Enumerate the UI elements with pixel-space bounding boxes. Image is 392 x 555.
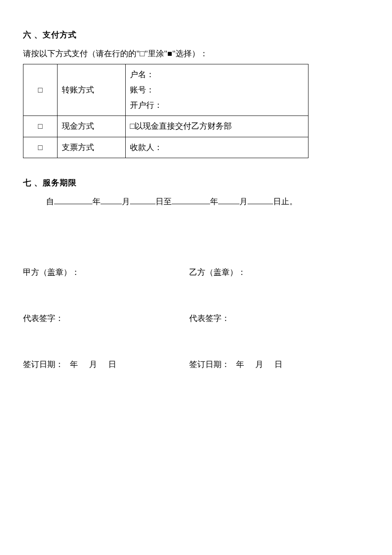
rep-sign-row: 代表签字： 代表签字：: [23, 311, 369, 326]
period-prefix: 自: [46, 197, 54, 206]
year-label-1: 年: [92, 197, 101, 206]
year-unit-a: 年: [66, 357, 83, 372]
month-unit-a: 月: [85, 357, 102, 372]
sign-date-b: 签订日期： 年 月 日: [189, 357, 369, 372]
detail-cash: □以现金直接交付乙方财务部: [125, 116, 308, 137]
signature-block: 甲方（盖章）： 乙方（盖章）： 代表签字： 代表签字： 签订日期： 年 月 日 …: [23, 265, 369, 372]
end-year-field[interactable]: [172, 195, 210, 204]
sign-date-b-label: 签订日期：: [189, 360, 230, 369]
bank-label: 开户行：: [130, 98, 304, 113]
table-row: □ 支票方式 收款人：: [23, 137, 308, 158]
day-to-label: 日至: [156, 197, 172, 206]
method-cheque: 支票方式: [57, 137, 125, 158]
checkbox-cash[interactable]: □: [23, 116, 58, 137]
end-day-field[interactable]: [248, 195, 273, 204]
account-name-label: 户名：: [130, 67, 304, 82]
detail-transfer: 户名： 账号： 开户行：: [125, 64, 308, 116]
day-end-label: 日止。: [273, 197, 297, 206]
section-6-title: 六 、支付方式: [23, 27, 369, 43]
party-b-seal: 乙方（盖章）：: [189, 265, 369, 280]
section-7-title: 七 、服务期限: [23, 175, 369, 191]
sign-date-a-label: 签订日期：: [23, 360, 63, 369]
table-row: □ 现金方式 □以现金直接交付乙方财务部: [23, 116, 308, 137]
table-row: □ 转账方式 户名： 账号： 开户行：: [23, 64, 308, 116]
sign-date-a: 签订日期： 年 月 日: [23, 357, 189, 372]
month-label-1: 月: [122, 197, 130, 206]
service-period-line: 自年月日至年月日止。: [46, 194, 369, 209]
start-month-field[interactable]: [101, 195, 122, 204]
start-day-field[interactable]: [130, 195, 156, 204]
day-unit-b: 日: [270, 357, 287, 372]
payment-table: □ 转账方式 户名： 账号： 开户行： □ 现金方式 □以现金直接交付乙方财务部…: [23, 64, 308, 158]
rep-sign-a: 代表签字：: [23, 311, 189, 326]
start-year-field[interactable]: [54, 195, 92, 204]
day-unit-a: 日: [104, 357, 121, 372]
month-unit-b: 月: [251, 357, 268, 372]
year-unit-b: 年: [232, 357, 249, 372]
method-cash: 现金方式: [57, 116, 125, 137]
rep-sign-b: 代表签字：: [189, 311, 369, 326]
payment-instruction: 请按以下方式支付（请在行的的"□"里涂"■"选择）：: [23, 46, 369, 61]
method-transfer: 转账方式: [57, 64, 125, 116]
detail-cheque: 收款人：: [125, 137, 308, 158]
seal-row: 甲方（盖章）： 乙方（盖章）：: [23, 265, 369, 280]
end-month-field[interactable]: [218, 195, 239, 204]
party-a-seal: 甲方（盖章）：: [23, 265, 189, 280]
account-number-label: 账号：: [130, 82, 304, 98]
checkbox-transfer[interactable]: □: [23, 64, 58, 116]
checkbox-cheque[interactable]: □: [23, 137, 58, 158]
year-label-2: 年: [210, 197, 218, 206]
month-label-2: 月: [239, 197, 248, 206]
sign-date-row: 签订日期： 年 月 日 签订日期： 年 月 日: [23, 357, 369, 372]
